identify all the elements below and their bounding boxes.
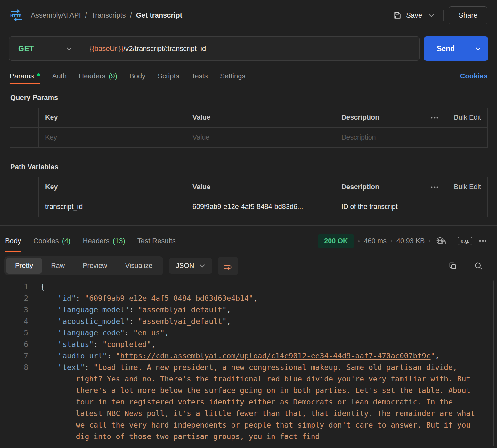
response-tab-test-results-label: Test Results	[137, 237, 176, 245]
code-line[interactable]: 4 "acoustic_model": "assemblyai_default"…	[0, 316, 497, 327]
ellipsis-icon	[431, 117, 438, 119]
bulk-edit-button[interactable]: Bulk Edit	[454, 114, 481, 122]
send-button-group: Send	[424, 36, 488, 61]
response-tab-headers[interactable]: Headers (13)	[83, 228, 125, 254]
key-input[interactable]: transcript_id	[39, 197, 186, 217]
path-variables-table: Key Value Description Bulk Edit transcri…	[10, 177, 488, 217]
search-button[interactable]	[473, 260, 484, 272]
wrap-text-icon	[224, 262, 232, 270]
tab-params[interactable]: Params	[10, 68, 40, 84]
tab-headers[interactable]: Headers (9)	[79, 68, 117, 84]
table-header-row: Key Value Description Bulk Edit	[10, 108, 488, 128]
code-line[interactable]: 6 "status": "completed",	[0, 339, 497, 350]
description-input[interactable]: ID of the transcript	[335, 197, 488, 217]
format-selector[interactable]: JSON	[169, 258, 212, 274]
code-line[interactable]: 5 "language_code": "en_us",	[0, 327, 497, 339]
request-tabs: Params Auth Headers (9) Body Scripts Tes…	[10, 68, 487, 84]
response-tab-test-results[interactable]: Test Results	[137, 228, 176, 254]
scrollbar[interactable]	[493, 280, 494, 446]
row-handle-cell	[10, 128, 39, 148]
status-badge[interactable]: 200 OK	[318, 234, 354, 248]
code-line[interactable]: 8 "text": "Load time. A new president, a…	[0, 362, 497, 442]
response-meta: 200 OK 460 ms 40.93 KB e	[318, 234, 492, 248]
tab-body[interactable]: Body	[129, 68, 145, 84]
cookies-link[interactable]: Cookies	[460, 72, 487, 80]
query-params-table: Key Value Description Bulk Edit Key Valu…	[10, 108, 488, 148]
breadcrumb-request-name[interactable]: Get transcript	[136, 11, 182, 20]
save-example-button[interactable]: e.g.	[457, 236, 473, 246]
breadcrumb-collection[interactable]: AssemblyAI API	[31, 11, 81, 20]
send-button[interactable]: Send	[424, 36, 468, 61]
divider	[452, 236, 452, 245]
tab-body-label: Body	[129, 72, 145, 80]
column-header-description: Description	[335, 177, 423, 197]
key-input[interactable]: Key	[39, 128, 186, 148]
network-info-button[interactable]	[435, 235, 447, 247]
save-label: Save	[406, 11, 422, 20]
globe-lock-icon	[436, 236, 446, 245]
tab-tests[interactable]: Tests	[191, 68, 208, 84]
bulk-edit-column: Bulk Edit	[423, 108, 488, 128]
description-input[interactable]: Description	[335, 128, 488, 148]
send-options-button[interactable]	[468, 36, 488, 61]
value-input[interactable]: 609f9ab9-e12e-4af5-8484-bd83d6...	[186, 197, 335, 217]
tab-scripts[interactable]: Scripts	[158, 68, 179, 84]
more-options-icon[interactable]	[429, 116, 440, 120]
view-raw-button[interactable]: Raw	[42, 258, 74, 274]
tab-settings[interactable]: Settings	[220, 68, 246, 84]
code-line[interactable]: 1{	[0, 281, 497, 292]
meta-separator-dot	[391, 240, 392, 242]
response-time[interactable]: 460 ms	[364, 237, 387, 245]
wrap-text-button[interactable]	[218, 257, 238, 275]
value-input[interactable]: Value	[186, 128, 335, 148]
svg-text:HTTP: HTTP	[10, 13, 21, 18]
toolbar-right	[447, 260, 493, 272]
ellipsis-icon	[431, 186, 438, 188]
column-header-description: Description	[335, 108, 423, 128]
view-preview-button[interactable]: Preview	[74, 258, 116, 274]
copy-button[interactable]	[447, 260, 459, 272]
column-header-key: Key	[39, 177, 186, 197]
view-pretty-button[interactable]: Pretty	[6, 258, 42, 274]
url-variable: {{baseUrl}}	[90, 44, 123, 52]
save-options-button[interactable]	[425, 11, 438, 20]
params-indicator-dot	[37, 73, 40, 76]
response-size[interactable]: 40.93 KB	[396, 237, 425, 245]
tab-settings-label: Settings	[220, 72, 246, 80]
url-path: /v2/transcript/:transcript_id	[123, 44, 206, 52]
bulk-edit-button[interactable]: Bulk Edit	[454, 183, 481, 191]
meta-separator-dot	[358, 240, 360, 242]
tab-tests-label: Tests	[191, 72, 208, 80]
response-tab-cookies-label: Cookies	[33, 237, 59, 245]
tab-auth[interactable]: Auth	[52, 68, 67, 84]
topbar: HTTP AssemblyAI API / Transcripts / Get …	[0, 0, 497, 31]
code-line[interactable]: 2 "id": "609f9ab9-e12e-4af5-8484-bd83d63…	[0, 292, 497, 304]
code-lines: 1{2 "id": "609f9ab9-e12e-4af5-8484-bd83d…	[0, 281, 497, 442]
response-tab-body[interactable]: Body	[5, 228, 21, 254]
http-request-icon: HTTP	[10, 9, 24, 22]
meta-separator-dot	[429, 240, 430, 242]
breadcrumb-folder[interactable]: Transcripts	[91, 11, 126, 20]
save-button[interactable]: Save	[390, 8, 425, 23]
column-header-value: Value	[186, 108, 335, 128]
column-header-value: Value	[186, 177, 335, 197]
url-input[interactable]: {{baseUrl}}/v2/transcript/:transcript_id	[81, 44, 419, 53]
code-line[interactable]: 7 "audio_url": "https://cdn.assemblyai.c…	[0, 350, 497, 362]
method-selector[interactable]: GET	[9, 37, 81, 60]
code-line[interactable]: 3 "language_model": "assemblyai_default"…	[0, 304, 497, 316]
divider	[443, 10, 444, 21]
response-tab-cookies[interactable]: Cookies (4)	[33, 228, 70, 254]
more-options-icon[interactable]	[429, 185, 440, 189]
response-options-button[interactable]	[478, 239, 488, 243]
query-params-title: Query Params	[10, 93, 487, 102]
method-label: GET	[18, 44, 34, 53]
line-number: 7	[0, 350, 28, 362]
line-number: 4	[0, 316, 28, 327]
line-number: 8	[0, 362, 28, 442]
view-switcher: Pretty Raw Preview Visualize	[4, 256, 163, 275]
view-visualize-button[interactable]: Visualize	[116, 258, 162, 274]
response-body-editor[interactable]: 1{2 "id": "609f9ab9-e12e-4af5-8484-bd83d…	[0, 280, 497, 448]
share-button[interactable]: Share	[449, 6, 487, 24]
chevron-down-icon	[475, 47, 481, 51]
row-handle-column	[10, 177, 39, 197]
